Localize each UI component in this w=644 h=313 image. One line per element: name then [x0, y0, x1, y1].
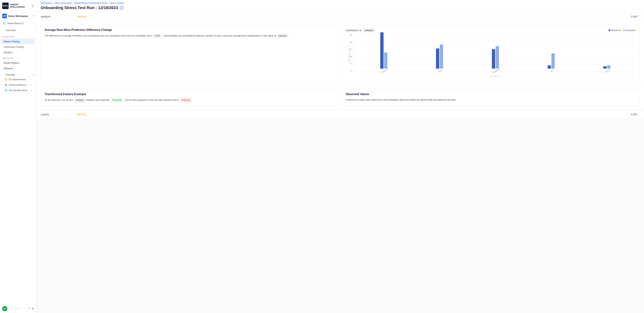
fav-letter-s: S: [4, 78, 8, 81]
project-item[interactable]: T Tabular Binary Cl... ···: [0, 20, 36, 27]
bar-label-null: null: [550, 69, 554, 72]
fav-name-m: massimoaufiero-d...: [9, 84, 29, 86]
y-label-45: 45: [350, 34, 352, 36]
fav-link-m-icon[interactable]: ↗: [30, 84, 32, 86]
sidebar-item-overview[interactable]: Overview: [4, 28, 32, 33]
bar-business-eval: [384, 52, 387, 69]
chart-header: Distribution of category Reference Evalu…: [346, 28, 636, 32]
transformed-feature-title: Transformed Feature Example: [44, 92, 334, 96]
category-feature-label: category: [41, 15, 77, 18]
bar-null-eval: [552, 54, 555, 69]
avg-row-wise-panel: Average Row-Wise Prediction Difference C…: [41, 24, 338, 81]
chart-title-prefix: Distribution of: [346, 29, 362, 32]
project-more-icon[interactable]: ···: [32, 22, 34, 25]
info-icon[interactable]: i: [120, 6, 124, 10]
fav-link-st-icon[interactable]: ↗: [30, 78, 32, 81]
bar-label-food: Food: [438, 68, 443, 72]
main-content: Workspaces / Demo Workspace / Tabular Bi…: [36, 0, 644, 313]
logo-icon: ROBUST INTELLIGENCE: [2, 2, 9, 9]
legend-reference: Reference: [608, 29, 621, 32]
sidebar: ROBUST INTELLIGENCE ROBUSTINTELLIGENCE ⊟…: [0, 0, 36, 313]
bar-food-eval: [440, 44, 443, 69]
sidebar-item-monitors[interactable]: Monitors: [2, 50, 35, 55]
page-title: Onboarding Stress Test Run - 12/18/2023: [41, 6, 118, 10]
avg-feature-badge: category: [277, 34, 288, 38]
bar-pair-shopping: [468, 46, 522, 69]
breadcrumb-workspaces[interactable]: Workspaces: [41, 2, 53, 4]
logo-text: ROBUSTINTELLIGENCE: [10, 4, 25, 8]
fav-letter-g: G: [4, 89, 8, 92]
bar-group-shopping: Shopping: [468, 46, 522, 72]
fav-name-g: GAI Security Demo: [9, 89, 29, 92]
avg-score-badge: 0.064: [154, 34, 161, 38]
workspace-name: Demo Workspace: [8, 15, 28, 18]
breadcrumb-demo-workspace[interactable]: Demo Workspace: [55, 2, 72, 4]
sidebar-toggle-icon[interactable]: ⊟: [32, 4, 34, 8]
bar-label-school: School: [604, 68, 610, 73]
bar-null-ref: [548, 65, 551, 69]
fav-item-m[interactable]: M massimoaufiero-d... ↗: [2, 82, 34, 88]
country-row-card: country Warning 0.041 ⌄: [36, 110, 644, 118]
breadcrumb-project[interactable]: Tabular Binary Classification Demo: [74, 2, 108, 4]
country-expand-icon[interactable]: ⌄: [637, 112, 640, 116]
transformed-feature-desc: As an example, one of your category feat…: [44, 98, 334, 102]
bar-pair-school: [580, 65, 634, 69]
bar-shopping-eval: [496, 46, 499, 69]
bars-container: Business Food: [355, 34, 636, 72]
legend-reference-dot: [608, 30, 610, 31]
category-row-card: category Warning 0.064 ⌃ Average Row-Wis…: [36, 12, 644, 110]
country-score: 0.041: [631, 113, 637, 116]
sidebar-item-datasets[interactable]: Datasets: [2, 66, 35, 71]
distribution-chart-panel: Distribution of category Reference Evalu…: [342, 24, 640, 81]
favorites-section: ☆ Favorites ▾ S ST improvements ... ↗ M …: [0, 71, 36, 94]
workspace-chevron-icon: ▾: [33, 15, 34, 17]
chart-area: 45 36 27 18 9 0 FREQUENCY (%): [346, 34, 636, 78]
bottom-icons: ? ⚙: [28, 307, 34, 310]
sidebar-item-stress-testing[interactable]: Stress Testing: [2, 39, 35, 44]
workspace-avatar: DW: [2, 14, 7, 18]
bar-shopping-ref: [492, 49, 495, 69]
fav-name-st: ST improvements ...: [9, 78, 29, 81]
validation-section-label: VALIDATION: [0, 34, 36, 39]
tf-original-badge: 'Shopping': [110, 98, 123, 102]
favorites-chevron-icon: ▾: [33, 74, 34, 76]
help-icon[interactable]: ?: [28, 307, 30, 310]
bar-group-business: Business: [357, 32, 411, 72]
observed-values-panel: Observed Values 0 abnormal values were o…: [342, 89, 640, 106]
workspace-selector[interactable]: DW Demo Workspace ▾: [0, 12, 36, 20]
category-collapse-icon[interactable]: ⌃: [637, 15, 640, 18]
bar-group-null: null: [524, 54, 578, 72]
settings-icon[interactable]: ⚙: [32, 307, 34, 310]
observed-values-title: Observed Values: [346, 92, 636, 96]
legend-evaluation: Evaluation: [623, 29, 636, 32]
category-row-header[interactable]: category Warning 0.064 ⌃: [36, 12, 644, 21]
y-label-0: 0: [351, 70, 352, 72]
lower-panel: Transformed Feature Example As an exampl…: [36, 85, 644, 110]
transformed-feature-panel: Transformed Feature Example As an exampl…: [41, 89, 338, 106]
bar-group-food: Food: [412, 44, 467, 72]
artifacts-section-label: ARTIFACTS: [0, 55, 36, 60]
fav-item-st[interactable]: S ST improvements ... ↗: [2, 77, 34, 82]
avg-row-wise-title: Average Row-Wise Prediction Difference C…: [44, 28, 334, 32]
tf-feature-badge: category: [74, 98, 85, 102]
user-avatar: KK: [2, 306, 7, 311]
fav-item-g[interactable]: G GAI Security Demo ↗: [2, 88, 34, 93]
star-icon: ☆: [2, 73, 4, 76]
project-letter: T: [2, 22, 6, 25]
fav-link-g-icon[interactable]: ↗: [30, 89, 32, 92]
legend-evaluation-dot: [623, 30, 625, 31]
page-title-row: Onboarding Stress Test Run - 12/18/2023 …: [41, 6, 640, 12]
bar-business-ref: [380, 32, 384, 69]
y-label-9: 9: [351, 63, 352, 65]
sidebar-item-model-registry[interactable]: Model Registry: [2, 60, 35, 66]
x-axis-title: CATEGORY: [355, 76, 636, 78]
bar-group-school: School: [580, 65, 634, 72]
user-chevron-icon[interactable]: ▾: [17, 307, 18, 310]
favorites-header[interactable]: ☆ Favorites ▾: [2, 72, 34, 77]
category-status-badge: Warning: [77, 15, 631, 18]
bar-food-ref: [436, 48, 439, 69]
sidebar-item-continuous-testing[interactable]: Continuous Testing: [2, 44, 35, 50]
chart-feature-badge: category: [363, 28, 375, 32]
country-row-header[interactable]: country Warning 0.041 ⌄: [36, 110, 644, 118]
bar-pair-business: [357, 32, 411, 69]
